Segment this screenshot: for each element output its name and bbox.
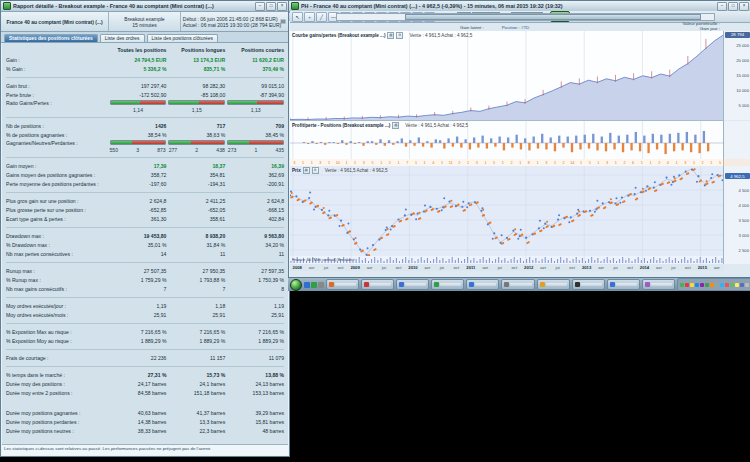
stat-label: Plus grosse perte sur une position : <box>6 207 110 213</box>
section-separator <box>6 153 286 161</box>
stat-row: Gain brut :197 297,4098 282,3099 015,10 <box>6 81 286 90</box>
stat-value: 14 <box>110 251 169 257</box>
stat-value: 14,38 barres <box>110 419 169 425</box>
tray-icon-7[interactable] <box>710 283 714 287</box>
maximize-button[interactable]: □ <box>728 2 738 11</box>
tray-icon-2[interactable] <box>685 283 689 287</box>
equity-curve-pane[interactable]: Courbe gains/pertes (Breakout example ..… <box>290 31 724 121</box>
scrollbar-thumb[interactable] <box>405 14 701 20</box>
pl-axis <box>723 121 750 159</box>
quick-launch-icon-3[interactable] <box>318 282 324 288</box>
time-axis-label: avr <box>362 265 376 270</box>
close-button[interactable]: × <box>277 2 287 11</box>
stat-value: 41,37 barres <box>168 410 227 416</box>
tray-icon-6[interactable] <box>705 283 709 287</box>
pane-settings-icon[interactable]: ⚙ <box>396 32 403 39</box>
start-button[interactable] <box>290 279 302 291</box>
stat-value: -652,05 <box>168 207 227 213</box>
bar-cell <box>110 100 169 105</box>
taskbar-button-5[interactable] <box>466 279 499 290</box>
stat-value: -172 502,90 <box>110 92 169 98</box>
tray-icon-10[interactable] <box>725 283 729 287</box>
stat-row: Drawdown max :19 453,808 938,209 563,80 <box>6 231 286 240</box>
stat-label: Gain moyen : <box>6 163 110 169</box>
win-loss-bar <box>227 140 284 145</box>
tray-icon-5[interactable] <box>700 283 704 287</box>
taskbar-button-label <box>616 283 637 286</box>
trade-count-annotation: 2 <box>698 161 707 165</box>
taskbar-button-label <box>651 283 672 286</box>
bar-red <box>249 141 283 144</box>
tray-icon-11[interactable] <box>730 283 734 287</box>
equity-curve-plot[interactable] <box>290 31 724 120</box>
task-buttons <box>326 279 675 290</box>
pointer-icon[interactable]: ↖ <box>292 12 303 22</box>
pane-print-icon[interactable]: ▤ <box>303 167 310 174</box>
tray-icon-4[interactable] <box>695 283 699 287</box>
taskbar-button-3[interactable] <box>396 279 429 290</box>
minimize-button[interactable]: – <box>255 2 265 11</box>
trade-count-annotation: 3 <box>542 161 551 165</box>
axis-tick-label: 5 000 <box>739 103 749 108</box>
report-titlebar[interactable]: Rapport détaillé - Breakout example - Fr… <box>1 1 289 12</box>
tray-icon-1[interactable] <box>680 283 684 287</box>
stat-value: 40,63 barres <box>110 410 169 416</box>
tray-icon-3[interactable] <box>690 283 694 287</box>
taskbar-button-7[interactable] <box>537 279 570 290</box>
quick-launch-icon-2[interactable] <box>311 282 317 288</box>
trade-count-annotation: 2 <box>455 161 464 165</box>
trade-count-annotation: 1 <box>420 161 429 165</box>
tray-icon-13[interactable] <box>740 283 744 287</box>
trade-count-annotation: 3 <box>360 161 369 165</box>
stat-row: % Exposition Max au risque :7 216,65 %7 … <box>6 327 286 336</box>
taskbar-button-1[interactable] <box>326 279 359 290</box>
stat-row: % Exposition Moy au risque :1 889,29 %1 … <box>6 336 286 345</box>
stat-row: Durée moy entre 2 positions :84,58 barre… <box>6 388 286 397</box>
time-axis-label: jui <box>493 265 507 270</box>
close-button[interactable]: × <box>739 2 749 11</box>
tab-statistiques-des-positions-cl-tur-es[interactable]: Statistiques des positions clôturées <box>4 34 98 42</box>
price-plot[interactable] <box>290 166 724 256</box>
positions-density-plot[interactable] <box>290 256 724 264</box>
trade-count-annotation: 5 <box>368 161 377 165</box>
taskbar-button-2[interactable] <box>361 279 394 290</box>
tray-icon-12[interactable] <box>735 283 739 287</box>
scrollbar-track[interactable] <box>336 13 715 21</box>
stat-value: -85 108,00 <box>168 92 227 98</box>
breakdown-value: 550 <box>109 147 118 153</box>
quick-launch-icon-1[interactable] <box>304 282 310 288</box>
stat-value: 709 <box>227 123 286 129</box>
pane-print-icon[interactable]: ▤ <box>387 32 394 39</box>
taskbar-button-10[interactable] <box>642 279 675 290</box>
bar-red <box>257 101 283 104</box>
taskbar-button-6[interactable] <box>501 279 534 290</box>
pane-settings-icon[interactable]: ⚙ <box>312 167 319 174</box>
trade-count-annotation: 5 <box>585 161 594 165</box>
pane-print-icon[interactable]: ▤ <box>392 122 399 129</box>
tray-icon-14[interactable] <box>745 283 749 287</box>
print-icon[interactable]: ▤ <box>280 17 286 24</box>
stat-label: Gain brut : <box>6 83 110 89</box>
time-axis-label: jui <box>319 265 333 270</box>
stat-value: 27 597,35 <box>227 268 286 274</box>
taskbar-button-8[interactable] <box>572 279 605 290</box>
tab-liste-des-positions-cl-tur-es[interactable]: Liste des positions clôturées <box>147 34 218 42</box>
trade-count-annotation: 1 <box>394 161 403 165</box>
trendline-icon[interactable]: ╱ <box>316 12 327 22</box>
tray-icon-9[interactable] <box>720 283 724 287</box>
stat-label: Durée moy positions perdantes : <box>6 419 110 425</box>
taskbar-button-9[interactable] <box>607 279 640 290</box>
maximize-button[interactable]: □ <box>266 2 276 11</box>
stat-value: 48 barres <box>227 428 286 434</box>
minimize-button[interactable]: – <box>717 2 727 11</box>
price-pane[interactable]: Prix ▤ ⚙ Vente : 4 961,5 Achat : 4 962,5 <box>290 166 724 257</box>
tray-icon-8[interactable] <box>715 283 719 287</box>
tab-liste-des-ordres[interactable]: Liste des ordres <box>100 34 145 42</box>
position-label[interactable]: Position : #TD <box>502 25 530 30</box>
axis-tick-label: 4 500 <box>739 188 749 193</box>
crosshair-icon[interactable]: ＋ <box>304 12 315 22</box>
taskbar-button-4[interactable] <box>431 279 464 290</box>
time-axis-label: avr <box>594 265 608 270</box>
profit-loss-pane[interactable]: Profit/perte - Positions (Breakout examp… <box>290 121 724 160</box>
trade-count-annotation: 2 <box>559 161 568 165</box>
